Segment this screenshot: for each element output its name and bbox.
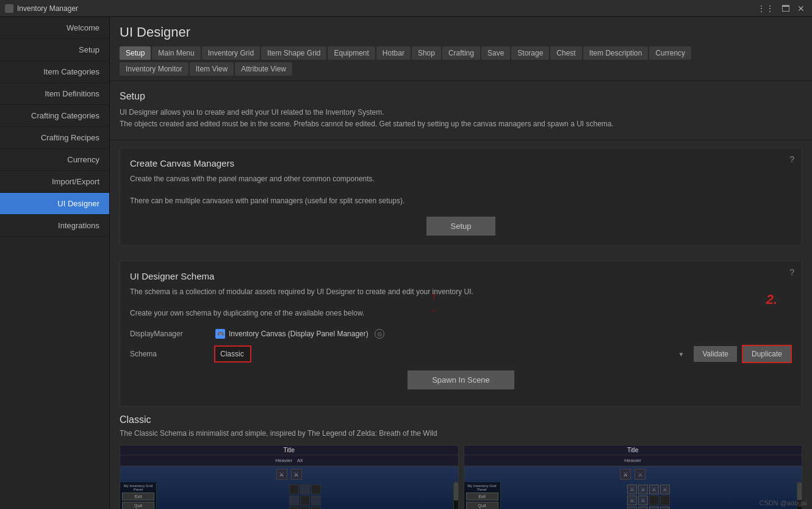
preview-image-1: Title Heavier All ⚔ ⚔ xyxy=(120,445,459,509)
create-canvas-card: ? Create Canvas Managers Create the canv… xyxy=(120,148,802,245)
tab-main-menu[interactable]: Main Menu xyxy=(152,46,200,60)
sidebar-item-item-definitions[interactable]: Item Definitions xyxy=(0,83,109,105)
tab-inventory-grid[interactable]: Inventory Grid xyxy=(202,46,260,60)
sidebar: Welcome Setup Item Categories Item Defin… xyxy=(0,17,110,509)
classic-desc: The Classic Schema is minimalist and sim… xyxy=(120,429,802,438)
display-manager-label: DisplayManager xyxy=(130,330,209,338)
sidebar-item-welcome[interactable]: Welcome xyxy=(0,17,109,39)
close-button[interactable]: ✕ xyxy=(795,4,807,13)
tab-inventory-monitor[interactable]: Inventory Monitor xyxy=(120,62,189,76)
app-title: Inventory Manager xyxy=(17,4,78,13)
classic-title: Classic xyxy=(120,414,802,425)
display-manager-icon: 🎮 xyxy=(215,329,225,339)
preview-image-2: Title Heavier ⚔ ⚔ My Inventory Gri xyxy=(464,445,803,509)
tab-row-2: Inventory Monitor Item View Attribute Vi… xyxy=(120,62,802,76)
canvas-setup-button[interactable]: Setup xyxy=(426,217,496,236)
display-manager-value: 🎮 Inventory Canvas (Display Panel Manage… xyxy=(215,329,368,339)
canvas-card-title: Create Canvas Managers xyxy=(130,158,792,168)
display-manager-text: Inventory Canvas (Display Panel Manager) xyxy=(229,330,368,338)
tab-item-description[interactable]: Item Description xyxy=(583,46,649,60)
title-bar: Inventory Manager ⋮⋮ 🗖 ✕ xyxy=(0,0,812,17)
title-bar-left: Inventory Manager xyxy=(5,4,78,13)
schema-select[interactable]: Classic Modern Dark xyxy=(214,345,251,363)
setup-section: Setup UI Designer allows you to create a… xyxy=(110,81,812,140)
game-preview-1: Title Heavier All ⚔ ⚔ xyxy=(120,446,458,509)
tab-chest[interactable]: Chest xyxy=(550,46,581,60)
tab-crafting[interactable]: Crafting xyxy=(442,46,480,60)
setup-desc-1: UI Designer allows you to create and edi… xyxy=(120,107,802,118)
tab-hotbar[interactable]: Hotbar xyxy=(376,46,411,60)
tab-currency[interactable]: Currency xyxy=(649,46,691,60)
menu-button[interactable]: ⋮⋮ xyxy=(755,4,777,13)
sidebar-item-currency[interactable]: Currency xyxy=(0,149,109,171)
canvas-card-desc-1: Create the canvas with the panel manager… xyxy=(130,173,792,185)
main-layout: Welcome Setup Item Categories Item Defin… xyxy=(0,17,812,509)
schema-card: ? 2. ↑_ UI Designer Schema The schema is… xyxy=(120,261,802,407)
designer-header: UI Designer Setup Main Menu Inventory Gr… xyxy=(110,17,812,81)
schema-card-title: UI Designer Schema xyxy=(130,271,792,281)
sidebar-item-import-export[interactable]: Import/Export xyxy=(0,171,109,193)
title-bar-controls[interactable]: ⋮⋮ 🗖 ✕ xyxy=(755,4,807,13)
game-preview-title-1: Title xyxy=(120,446,458,455)
preview-row: Title Heavier All ⚔ ⚔ xyxy=(120,445,802,509)
classic-section: Classic The Classic Schema is minimalist… xyxy=(110,414,812,509)
cursor-arrow: ↑_ xyxy=(431,291,436,312)
schema-card-desc-1: The schema is a collection of modular as… xyxy=(130,286,792,298)
schema-card-help-icon[interactable]: ? xyxy=(789,267,794,277)
tab-setup[interactable]: Setup xyxy=(120,46,151,60)
tabs-container: Setup Main Menu Inventory Grid Item Shap… xyxy=(120,46,802,76)
schema-card-desc-2: Create your own schema by duplicating on… xyxy=(130,308,792,319)
content-area: UI Designer Setup Main Menu Inventory Gr… xyxy=(110,17,812,509)
tab-shop[interactable]: Shop xyxy=(412,46,441,60)
designer-title: UI Designer xyxy=(120,24,802,40)
sidebar-item-item-categories[interactable]: Item Categories xyxy=(0,61,109,83)
schema-select-wrap: Classic Modern Dark xyxy=(214,345,689,363)
sidebar-item-crafting-categories[interactable]: Crafting Categories xyxy=(0,105,109,127)
sidebar-item-setup[interactable]: Setup xyxy=(0,39,109,61)
tab-attribute-view[interactable]: Attribute View xyxy=(235,62,292,76)
schema-annotation: 2. xyxy=(766,292,777,308)
tab-save[interactable]: Save xyxy=(481,46,510,60)
tab-row-1: Setup Main Menu Inventory Grid Item Shap… xyxy=(120,46,802,60)
canvas-card-help-icon[interactable]: ? xyxy=(789,154,794,164)
display-manager-help[interactable]: ⊙ xyxy=(375,329,384,339)
tab-equipment[interactable]: Equipment xyxy=(328,46,375,60)
sidebar-item-crafting-recipes[interactable]: Crafting Recipes xyxy=(0,127,109,149)
sidebar-item-integrations[interactable]: Integrations xyxy=(0,215,109,237)
maximize-button[interactable]: 🗖 xyxy=(779,4,792,13)
watermark: CSDN @adogai xyxy=(760,499,807,507)
schema-row: Schema Classic Modern Dark Validate Dupl… xyxy=(130,345,792,363)
game-preview-title-2: Title xyxy=(464,446,802,455)
validate-button[interactable]: Validate xyxy=(694,346,736,362)
setup-section-title: Setup xyxy=(120,91,802,102)
app-icon xyxy=(5,4,13,13)
tab-storage[interactable]: Storage xyxy=(511,46,549,60)
canvas-card-desc-2: There can be multiple canvases with pane… xyxy=(130,195,792,207)
tab-item-shape-grid[interactable]: Item Shape Grid xyxy=(261,46,326,60)
schema-row-label: Schema xyxy=(130,350,209,358)
game-preview-2: Title Heavier ⚔ ⚔ My Inventory Gri xyxy=(464,446,802,509)
spawn-button[interactable]: Spawn In Scene xyxy=(408,370,514,389)
sidebar-item-ui-designer[interactable]: UI Designer xyxy=(0,193,109,215)
setup-desc-2: The objects created and edited must be i… xyxy=(120,118,802,130)
duplicate-button[interactable]: Duplicate xyxy=(742,345,792,363)
display-manager-row: DisplayManager 🎮 Inventory Canvas (Displ… xyxy=(130,329,792,339)
tab-item-view[interactable]: Item View xyxy=(190,62,234,76)
